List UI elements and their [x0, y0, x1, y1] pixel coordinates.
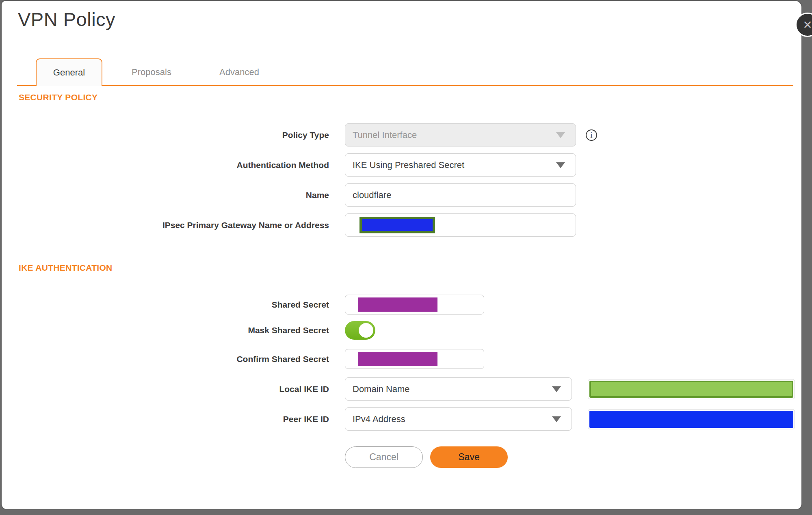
policy-type-value: Tunnel Interface: [353, 130, 417, 140]
redacted-peer-ike-id-value: [589, 411, 793, 428]
chevron-down-icon: [556, 162, 565, 168]
tab-proposals[interactable]: Proposals: [123, 58, 180, 86]
peer-ike-id-select[interactable]: IPv4 Address: [345, 407, 572, 431]
mask-shared-secret-label: Mask Shared Secret: [2, 325, 329, 335]
close-icon: ✕: [803, 18, 812, 32]
confirm-shared-secret-input[interactable]: [345, 349, 484, 369]
chevron-down-icon: [556, 132, 565, 138]
gateway-row: IPsec Primary Gateway Name or Address: [2, 213, 576, 237]
gateway-label: IPsec Primary Gateway Name or Address: [2, 220, 329, 230]
close-button[interactable]: ✕: [795, 13, 812, 37]
chevron-down-icon: [552, 386, 561, 392]
gateway-input[interactable]: [345, 213, 576, 237]
local-ike-id-select[interactable]: Domain Name: [345, 377, 572, 401]
mask-shared-secret-toggle[interactable]: [345, 321, 375, 340]
peer-ike-id-row: Peer IKE ID IPv4 Address: [2, 407, 795, 431]
save-button[interactable]: Save: [430, 446, 508, 468]
local-ike-id-type-value: Domain Name: [353, 384, 410, 394]
authentication-method-value: IKE Using Preshared Secret: [353, 160, 464, 170]
info-icon[interactable]: i: [586, 129, 597, 141]
shared-secret-label: Shared Secret: [2, 300, 329, 310]
authentication-method-select[interactable]: IKE Using Preshared Secret: [345, 153, 576, 177]
authentication-method-label: Authentication Method: [2, 160, 329, 170]
name-row: Name: [2, 183, 576, 207]
local-ike-id-input[interactable]: [588, 379, 795, 399]
peer-ike-id-type-value: IPv4 Address: [353, 414, 405, 424]
confirm-shared-secret-label: Confirm Shared Secret: [2, 354, 329, 364]
modal-backdrop: VPN Policy ✕ General Proposals Advanced …: [0, 0, 812, 515]
local-ike-id-row: Local IKE ID Domain Name: [2, 377, 795, 401]
redacted-shared-secret-value: [358, 297, 437, 312]
mask-shared-secret-row: Mask Shared Secret: [2, 321, 375, 340]
redacted-local-ike-id-value: [589, 381, 793, 398]
peer-ike-id-input[interactable]: [588, 409, 795, 429]
redacted-confirm-shared-secret-value: [358, 352, 437, 366]
shared-secret-row: Shared Secret: [2, 295, 484, 315]
tab-general[interactable]: General: [36, 58, 102, 86]
redacted-gateway-value: [359, 217, 435, 233]
chevron-down-icon: [552, 416, 561, 422]
peer-ike-id-label: Peer IKE ID: [2, 414, 329, 424]
local-ike-id-label: Local IKE ID: [2, 384, 329, 394]
confirm-shared-secret-row: Confirm Shared Secret: [2, 349, 484, 369]
page-title: VPN Policy: [18, 8, 115, 30]
policy-type-row: Policy Type Tunnel Interface i: [2, 123, 597, 147]
shared-secret-input[interactable]: [345, 295, 484, 315]
policy-type-select: Tunnel Interface: [345, 123, 576, 147]
tab-advanced[interactable]: Advanced: [210, 58, 268, 86]
cancel-button[interactable]: Cancel: [345, 446, 423, 468]
vpn-policy-dialog: VPN Policy ✕ General Proposals Advanced …: [1, 0, 802, 510]
policy-type-label: Policy Type: [2, 130, 329, 140]
name-input[interactable]: [345, 183, 576, 207]
name-label: Name: [2, 190, 329, 200]
section-security-policy: SECURITY POLICY: [19, 93, 97, 102]
authentication-method-row: Authentication Method IKE Using Preshare…: [2, 153, 576, 177]
toggle-knob: [359, 323, 373, 338]
section-ike-authentication: IKE AUTHENTICATION: [19, 263, 113, 273]
dialog-actions: Cancel Save: [345, 446, 508, 468]
